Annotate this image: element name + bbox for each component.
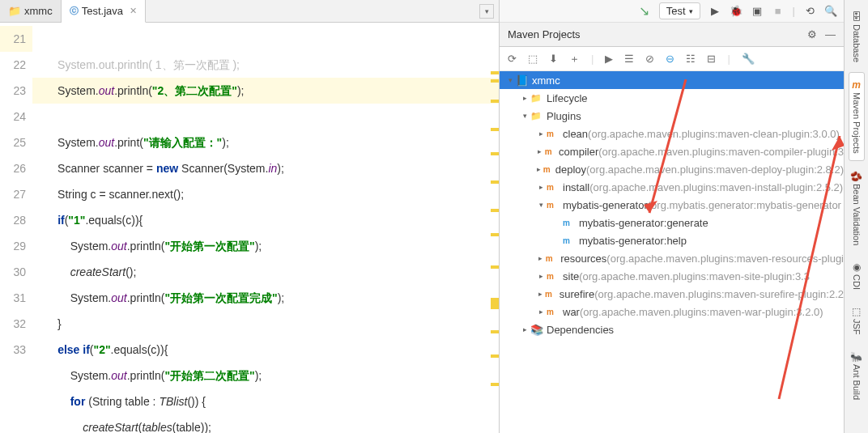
chevron-right-icon: ▸ <box>535 290 545 298</box>
node-detail: (org.apache.maven.plugins:maven-compiler… <box>598 146 844 158</box>
bean-icon: 🫘 <box>850 171 862 182</box>
side-tab-maven[interactable]: mMaven Projects <box>849 72 865 161</box>
show-deps-icon[interactable]: ☷ <box>686 53 696 65</box>
tree-plugin-mybatis[interactable]: ▾mmybatis-generator (org.mybatis.generat… <box>500 196 844 214</box>
gutter: 21 22 23 24 25 26 27 28 29 30 31 32 33 <box>0 23 32 433</box>
tree-dependencies[interactable]: ▸ 📚 Dependencies <box>500 321 844 338</box>
coverage-icon[interactable]: ▣ <box>751 5 764 18</box>
node-label: Lifecycle <box>547 92 588 104</box>
maven-plugin-icon: m <box>545 146 555 157</box>
editor-tabs: 📁 xmmc ⓒ Test.java ✕ ▾ <box>0 0 499 23</box>
side-tab-cdi[interactable]: ◉CDI <box>849 255 864 296</box>
library-icon: 📚 <box>530 324 543 335</box>
tree-root-xmmc[interactable]: ▾ 📘 xmmc <box>500 71 844 89</box>
execute-icon[interactable]: ☰ <box>624 53 634 65</box>
side-tab-database[interactable]: 🗄Database <box>849 5 864 69</box>
reimport-icon[interactable]: ⟳ <box>508 53 517 65</box>
node-label: deploy <box>555 163 586 176</box>
tree-lifecycle[interactable]: ▸ 📁 Lifecycle <box>500 89 844 107</box>
tree-goal-help[interactable]: mmybatis-generator:help <box>500 231 844 249</box>
minimize-icon[interactable]: — <box>825 28 836 40</box>
jsf-icon: ⬚ <box>852 306 861 317</box>
tree-plugin-compiler[interactable]: ▸mcompiler (org.apache.maven.plugins:mav… <box>500 142 844 160</box>
tab-label: Test.java <box>82 5 123 17</box>
node-label: site <box>563 270 579 282</box>
node-label: install <box>563 181 589 193</box>
chevron-right-icon: ▸ <box>535 129 547 138</box>
node-detail: (org.apache.maven.plugins:maven-site-plu… <box>579 270 810 282</box>
chevron-right-icon: ▸ <box>535 165 543 173</box>
class-icon: ⓒ <box>70 5 79 17</box>
side-tab-jsf[interactable]: ⬚JSF <box>849 299 864 342</box>
add-icon[interactable]: ＋ <box>569 52 580 66</box>
code-body[interactable]: System.out.println( 1、第一次配置 ); System.ou… <box>32 23 499 433</box>
maven-plugin-icon: m <box>547 199 560 210</box>
node-detail: (org.mybatis.generator:mybatis-generator <box>648 199 841 211</box>
tree-plugins[interactable]: ▾ 📁 Plugins <box>500 107 844 125</box>
maven-goal-icon: m <box>563 217 576 228</box>
tab-test-java[interactable]: ⓒ Test.java ✕ <box>62 0 146 23</box>
chevron-right-icon: ▸ <box>535 254 546 262</box>
offline-icon[interactable]: ⊖ <box>666 53 674 65</box>
tab-xmmc[interactable]: 📁 xmmc <box>0 0 62 22</box>
ant-icon: 🐜 <box>850 351 862 363</box>
node-label: war <box>563 306 580 318</box>
node-label: Dependencies <box>547 324 614 336</box>
node-detail: (org.apache.maven.plugins:maven-resource… <box>606 253 844 265</box>
toggle-skip-icon[interactable]: ⊘ <box>645 53 654 65</box>
tree-plugin-war[interactable]: ▸mwar (org.apache.maven.plugins:maven-wa… <box>500 303 844 321</box>
tree-goal-generate[interactable]: mmybatis-generator:generate <box>500 214 844 231</box>
database-icon: 🗄 <box>852 11 862 23</box>
cdi-icon: ◉ <box>853 261 861 273</box>
run-config-label: Test <box>666 5 686 17</box>
node-label: resources <box>560 253 606 265</box>
side-tab-ant[interactable]: 🐜Ant Build <box>848 345 865 406</box>
run-maven-icon[interactable]: ▶ <box>605 53 613 65</box>
tree-plugin-clean[interactable]: ▸mclean (org.apache.maven.plugins:maven-… <box>500 125 844 142</box>
run-config-selector[interactable]: Test ▾ <box>659 2 700 19</box>
tree-plugin-site[interactable]: ▸msite (org.apache.maven.plugins:maven-s… <box>500 267 844 285</box>
tree-plugin-resources[interactable]: ▸mresources (org.apache.maven.plugins:ma… <box>500 249 844 267</box>
side-tab-bean[interactable]: 🫘Bean Validation <box>848 164 865 252</box>
chevron-right-icon: ▸ <box>519 325 530 333</box>
node-detail: (org.apache.maven.plugins:maven-war-plug… <box>580 306 823 318</box>
tree-plugin-install[interactable]: ▸minstall (org.apache.maven.plugins:mave… <box>500 178 844 196</box>
chevron-down-icon: ▾ <box>504 76 516 84</box>
settings-icon[interactable]: 🔧 <box>742 53 755 65</box>
maven-plugin-icon: m <box>547 128 560 139</box>
node-label: Plugins <box>547 110 581 122</box>
tab-dropdown[interactable]: ▾ <box>479 4 494 19</box>
collapse-icon[interactable]: ⊟ <box>707 53 716 65</box>
editor-panel: 📁 xmmc ⓒ Test.java ✕ ▾ 21 22 23 24 25 26… <box>0 0 500 433</box>
node-label: clean <box>563 128 588 140</box>
maven-icon: m <box>852 79 861 91</box>
tree-plugin-surefire[interactable]: ▸msurefire (org.apache.maven.plugins:mav… <box>500 285 844 303</box>
code-area: 21 22 23 24 25 26 27 28 29 30 31 32 33 S… <box>0 23 499 433</box>
maven-plugin-icon: m <box>546 253 558 264</box>
gear-icon[interactable]: ⚙ <box>807 28 817 40</box>
debug-icon[interactable]: 🐞 <box>730 5 742 18</box>
node-detail: (org.apache.maven.plugins:maven-clean-pl… <box>588 128 840 140</box>
node-label: surefire <box>560 288 594 300</box>
chevron-down-icon: ▾ <box>535 201 547 209</box>
maven-plugin-icon: m <box>547 270 560 282</box>
maven-plugin-icon: m <box>547 306 560 317</box>
update-icon[interactable]: ⟲ <box>803 5 816 18</box>
generate-icon[interactable]: ⬚ <box>528 53 538 65</box>
maven-panel-header: Maven Projects ⚙ — <box>500 23 844 47</box>
run-icon[interactable]: ▶ <box>708 5 721 18</box>
download-icon[interactable]: ⬇ <box>549 53 558 65</box>
build-icon[interactable]: ↘ <box>638 5 651 18</box>
search-icon[interactable]: 🔍 <box>824 5 837 18</box>
close-icon[interactable]: ✕ <box>126 6 137 16</box>
right-side-tabs: 🗄Database mMaven Projects 🫘Bean Validati… <box>844 0 868 433</box>
stop-icon[interactable]: ■ <box>772 5 785 18</box>
panel-title: Maven Projects <box>508 28 581 40</box>
maven-toolbar: ⟳ ⬚ ⬇ ＋ | ▶ ☰ ⊘ ⊖ ☷ ⊟ | 🔧 <box>500 47 844 71</box>
node-detail: (org.apache.maven.plugins:maven-surefire… <box>594 288 844 300</box>
tree-plugin-deploy[interactable]: ▸mdeploy (org.apache.maven.plugins:maven… <box>500 160 844 178</box>
folder-icon: 📁 <box>530 110 543 121</box>
maven-plugin-icon: m <box>543 163 552 175</box>
chevron-down-icon: ▾ <box>689 7 693 15</box>
chevron-right-icon: ▸ <box>535 272 547 280</box>
